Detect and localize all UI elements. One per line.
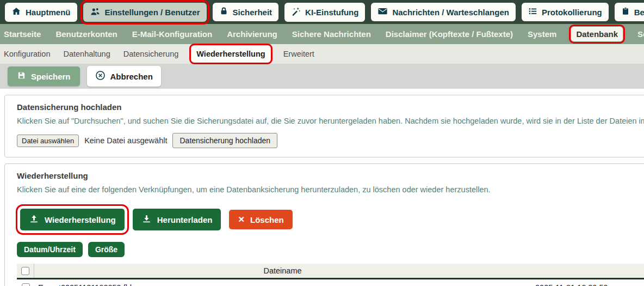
- upload-backup-button[interactable]: Datensicherung hochladen: [172, 133, 277, 148]
- section-nav-bar: Startseite Benutzerkonten E-Mail-Konfigu…: [0, 24, 644, 44]
- menu-button-berichte[interactable]: Berichte: [615, 3, 644, 21]
- subnav-item-wiederherstellung[interactable]: Wiederherstellung: [191, 46, 270, 62]
- header-checkbox-cell: [17, 264, 34, 278]
- menu-button-label: KI-Einstufung: [305, 8, 358, 17]
- subnav-item-erweitert[interactable]: Erweitert: [283, 50, 314, 58]
- menu-button-hauptmenu[interactable]: Hauptmenü: [5, 3, 77, 22]
- download-button-label: Herunterladen: [157, 215, 213, 224]
- delete-button-label: Löschen: [250, 215, 284, 224]
- upload-panel-title: Datensicherung hochladen: [17, 102, 644, 112]
- nav-item-email-konfiguration[interactable]: E-Mail-Konfiguration: [132, 29, 212, 39]
- database-subnav-bar: Konfiguration Datenhaltung Datensicherun…: [0, 44, 644, 64]
- row-checkbox-cell: [17, 279, 34, 286]
- save-button-label: Speichern: [31, 72, 71, 81]
- menu-button-label: Hauptmenü: [26, 8, 71, 17]
- menu-button-label: Einstellungen / Benutzer: [105, 8, 200, 17]
- restore-button-label: Wiederherstellung: [45, 215, 116, 224]
- subnav-item-datensicherung[interactable]: Datensicherung: [123, 50, 179, 58]
- subnav-item-datenhaltung[interactable]: Datenhaltung: [63, 50, 110, 58]
- menu-button-label: Sicherheit: [233, 8, 273, 17]
- menu-button-ki-einstufung[interactable]: KI-Einstufung: [284, 3, 365, 22]
- cancel-button[interactable]: Abbrechen: [87, 66, 161, 87]
- delete-button[interactable]: ✕ Löschen: [229, 210, 292, 229]
- main-menu-bar: Hauptmenü Einstellungen / Benutzer Siche…: [0, 0, 644, 24]
- row-checkbox[interactable]: [22, 283, 30, 286]
- menu-button-sicherheit[interactable]: Sicherheit: [213, 3, 279, 21]
- sort-by-datetime-button[interactable]: Datum/Uhrzeit: [17, 242, 83, 257]
- restore-panel-title: Wiederherstellung: [17, 171, 644, 180]
- row-datetime: 2025-11-21 16:20:59: [531, 279, 644, 286]
- backup-files-table: Dateiname Export20251121162059.fbk 2025-…: [17, 264, 644, 286]
- subnav-item-konfiguration[interactable]: Konfiguration: [4, 50, 50, 58]
- circle-x-icon: [95, 70, 106, 82]
- nav-item-system[interactable]: System: [528, 29, 556, 39]
- list-icon: [528, 7, 537, 17]
- home-icon: [11, 7, 21, 18]
- download-icon: [141, 214, 152, 226]
- clipboard-icon: [621, 7, 630, 17]
- table-row[interactable]: Export20251121162059.fbk 2025-11-21 16:2…: [17, 279, 644, 286]
- menu-button-einstellungen-benutzer[interactable]: Einstellungen / Benutzer: [83, 3, 207, 22]
- restore-panel: Wiederherstellung Klicken Sie auf eine d…: [4, 163, 644, 286]
- menu-button-label: Berichte: [634, 8, 644, 17]
- nav-item-datenbank[interactable]: Datenbank: [571, 27, 623, 41]
- sort-button-row: Datum/Uhrzeit Größe: [17, 242, 644, 257]
- nav-item-sichere-nachrichten[interactable]: Sichere Nachrichten: [292, 29, 371, 39]
- cancel-button-label: Abbrechen: [110, 72, 153, 81]
- select-all-checkbox[interactable]: [21, 267, 29, 275]
- users-icon: [90, 7, 101, 18]
- restore-button[interactable]: Wiederherstellung: [20, 209, 125, 230]
- row-filename[interactable]: Export20251121162059.fbk: [34, 279, 531, 286]
- download-button[interactable]: Herunterladen: [133, 209, 221, 230]
- restore-action-row: Wiederherstellung Herunterladen ✕ Lösche…: [20, 209, 644, 230]
- magic-wand-icon: [291, 7, 301, 18]
- menu-button-protokollierung[interactable]: Protokollierung: [522, 3, 609, 21]
- nav-item-benutzerkonten[interactable]: Benutzerkonten: [55, 29, 117, 39]
- floppy-disk-icon: [17, 71, 26, 82]
- choose-file-button[interactable]: Datei auswählen: [17, 135, 79, 147]
- upload-backup-panel: Datensicherung hochladen Klicken Sie auf…: [4, 95, 644, 157]
- menu-button-nachrichten-warteschlangen[interactable]: Nachrichten / Warteschlangen: [371, 3, 516, 21]
- filename-column-header: Dateiname: [34, 264, 531, 278]
- sort-by-size-button[interactable]: Größe: [88, 242, 125, 257]
- nav-item-archivierung[interactable]: Archivierung: [227, 29, 277, 39]
- nav-item-disclaimer[interactable]: Disclaimer (Kopftexte / Fußtexte): [386, 29, 513, 39]
- file-selected-status: Keine Datei ausgewählt: [84, 136, 167, 145]
- menu-button-label: Nachrichten / Warteschlangen: [392, 8, 509, 17]
- menu-button-label: Protokollierung: [542, 8, 602, 17]
- upload-icon: [29, 214, 39, 226]
- save-button[interactable]: Speichern: [8, 66, 80, 86]
- lock-icon: [219, 7, 228, 17]
- restore-panel-description: Klicken Sie auf eine der folgenden Verkn…: [17, 185, 644, 194]
- upload-panel-description: Klicken Sie auf "Durchsuchen", und suche…: [17, 117, 644, 125]
- table-header-row: Dateiname: [17, 264, 644, 279]
- envelope-icon: [377, 7, 388, 17]
- form-toolbar: Speichern Abbrechen: [0, 64, 644, 89]
- file-upload-row: Datei auswählen Keine Datei ausgewählt D…: [17, 133, 644, 148]
- x-icon: ✕: [238, 215, 245, 224]
- nav-item-software[interactable]: Software-A: [637, 29, 644, 39]
- nav-item-startseite[interactable]: Startseite: [4, 29, 41, 39]
- datetime-column-header: [531, 264, 644, 278]
